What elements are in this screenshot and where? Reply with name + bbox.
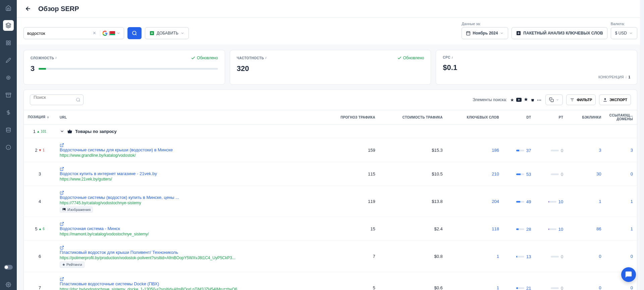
info-icon[interactable]: i [626,76,626,79]
nav-settings[interactable] [3,279,14,290]
group-title: Товары по запросу [75,129,117,134]
add-button[interactable]: ДОБАВИТЬ [145,27,189,39]
back-button[interactable] [23,4,33,13]
col-ref-domains[interactable]: ССЫЛАЮЩ... ДОМЕНЫ [605,110,637,125]
card-cpc: CPC i $0.1 КОНКУРЕНЦИЯ i 1 [436,50,637,85]
chevron-down-icon[interactable] [60,129,64,134]
backlinks-link[interactable]: 86 [596,226,601,231]
col-pt[interactable]: PT [535,110,568,125]
copy-button[interactable] [545,94,563,105]
batch-analysis-button[interactable]: ПАКЕТНЫЙ АНАЛИЗ КЛЮЧЕВЫХ СЛОВ [512,27,607,39]
backlinks-link[interactable]: 0 [599,285,601,290]
clear-icon[interactable]: × [91,30,98,36]
keywords-link[interactable]: 204 [492,199,499,204]
table-search[interactable] [30,94,84,105]
currency-select[interactable]: $ USD [611,27,637,39]
result-url[interactable]: https://7745.by/catalog/vodostochnye-sis… [60,201,316,205]
external-link-icon[interactable] [60,167,64,171]
shopping-icon[interactable] [524,97,528,102]
traffic-cell: 7 [320,241,379,272]
position-cell: 5 ▲ 6 [35,226,44,231]
table-search-input[interactable] [34,95,74,100]
ref-domains-link[interactable]: 1 [631,199,633,204]
serp-element-icons: ★ ⋯ [510,97,542,102]
nav-edit[interactable] [3,55,14,66]
position-cell: 4 [39,199,41,204]
result-title[interactable]: Водосточные системы для крыши (водостоки… [60,147,316,152]
more-icon[interactable]: ⋯ [537,97,542,102]
col-backlinks[interactable]: БЭКЛИНКИ [567,110,605,125]
cost-cell: $10.5 [379,162,447,186]
nav-grid[interactable] [3,38,14,48]
ref-domains-link[interactable]: 0 [631,171,633,176]
ref-domains-link[interactable]: 3 [631,148,633,153]
filter-button[interactable]: ФИЛЬТР [566,94,596,105]
vertical-scrollbar[interactable] [640,0,644,290]
ref-domains-link[interactable]: 1 [631,226,633,231]
info-icon[interactable]: i [452,56,453,59]
dt-cell: 28 [516,227,531,232]
svg-point-17 [63,209,64,209]
basket-icon[interactable] [530,97,535,102]
star-icon[interactable]: ★ [510,97,514,102]
result-title[interactable]: Пластиковые водосточные системы Docke (П… [60,281,316,286]
engine-region-select[interactable] [102,30,120,36]
result-title[interactable]: Водосток купить в интернет магазине - 21… [60,171,316,176]
export-button[interactable]: ЭКСПОРТ [599,94,631,105]
col-url[interactable]: URL [56,110,320,125]
nav-archive[interactable] [3,90,14,100]
google-icon [102,30,108,36]
nav-toggle[interactable] [3,262,14,273]
keywords-link[interactable]: 118 [492,226,499,231]
result-url[interactable]: https://www.grandline.by/katalog/vodosto… [60,153,316,158]
keyword-input[interactable] [27,31,91,36]
currency-label: Валюта: [611,22,637,26]
info-icon[interactable]: i [265,56,266,60]
card-difficulty: СЛОЖНОСТЬ i Обновлено 3 [23,50,225,85]
backlinks-link[interactable]: 1 [599,199,601,204]
nav-target[interactable] [3,72,14,83]
svg-rect-1 [9,41,10,43]
nav-layers[interactable] [3,20,14,31]
chat-fab[interactable] [621,267,636,282]
result-title[interactable]: Водосточные системы (водосток) купить в … [60,195,316,200]
col-keywords[interactable]: КЛЮЧЕВЫХ СЛОВ [447,110,503,125]
result-title[interactable]: Водосточная система - Минск [60,226,316,231]
result-url[interactable]: https://polimerprofil.by/production/vodo… [60,256,316,260]
result-url[interactable]: https://dsc.by/vodostochnye_sistemy_dock… [60,287,316,290]
col-traffic-cost[interactable]: СТОИМОСТЬ ТРАФИКА [379,110,447,125]
nav-db[interactable] [3,125,14,135]
search-button[interactable] [127,27,142,39]
result-url[interactable]: https://mamont.by/catalog/vodostochnye_s… [60,232,316,236]
result-url[interactable]: https://www.21vek.by/gutters/ [60,177,316,182]
ref-domains-link[interactable]: 0 [631,254,633,259]
backlinks-link[interactable]: 3 [599,148,601,153]
traffic-cell: 5 [320,272,379,290]
info-icon[interactable]: i [55,56,56,60]
nav-dollar[interactable] [3,107,14,118]
external-link-icon[interactable] [60,191,64,195]
traffic-cell: 15 [320,217,379,241]
backlinks-link[interactable]: 0 [599,254,601,259]
col-position[interactable]: ПОЗИЦИЯ [24,110,56,125]
table-group-row[interactable]: 1 ▲ 101 Товары по запросу [24,125,637,138]
col-traffic[interactable]: ПРОГНОЗ ТРАФИКА [320,110,379,125]
chevron-down-icon [180,31,184,35]
nav-home[interactable] [3,3,14,13]
nav-info[interactable] [3,142,14,153]
ref-domains-link[interactable]: 0 [631,285,633,290]
col-dt[interactable]: DT [503,110,535,125]
external-link-icon[interactable] [60,143,64,147]
date-select[interactable]: Ноябрь 2024 [462,27,508,39]
result-title[interactable]: Пластиковый водосток для крыши Поливент/… [60,250,316,255]
external-link-icon[interactable] [60,222,64,226]
keywords-link[interactable]: 1 [497,254,499,259]
backlinks-link[interactable]: 30 [596,171,601,176]
external-link-icon[interactable] [60,277,64,281]
keywords-link[interactable]: 186 [492,148,499,153]
youtube-icon[interactable] [516,98,522,102]
keyword-search[interactable]: × [23,27,124,39]
keywords-link[interactable]: 210 [492,171,499,176]
external-link-icon[interactable] [60,245,64,250]
keywords-link[interactable]: 1 [497,285,499,290]
